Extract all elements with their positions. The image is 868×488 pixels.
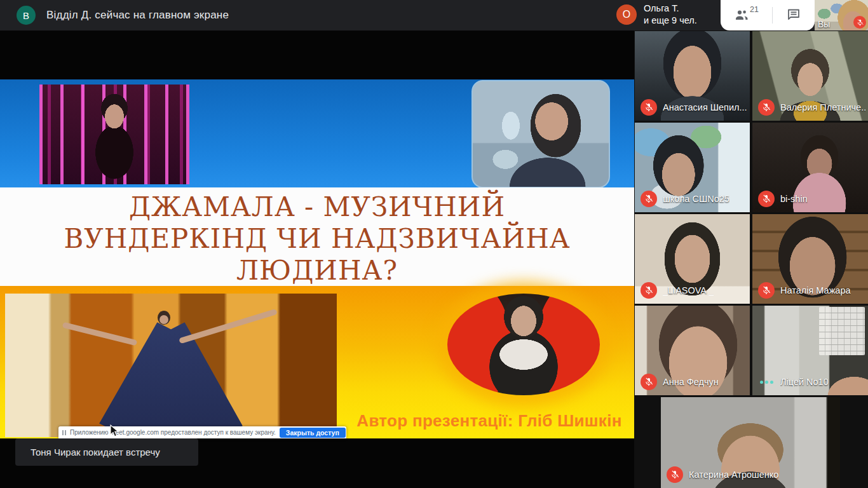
slide-blue-band (0, 79, 634, 187)
user-avatar-letter: О (623, 9, 630, 20)
participant-tile[interactable]: Ліцей No10 (752, 306, 868, 395)
self-view-tile[interactable]: Вы (815, 0, 868, 30)
participant-tile[interactable]: Наталія Мажара (752, 214, 868, 304)
mic-muted-icon (641, 374, 657, 390)
participant-name: Наталія Мажара (780, 285, 851, 295)
presenter-avatar-letter: В (23, 10, 29, 21)
pause-icon (62, 430, 66, 435)
slide-title-line: ЛЮДИНА? (41, 255, 593, 287)
participant-tile[interactable]: Анастасия Шепил... (635, 31, 750, 121)
jamala-eurovision-stage-photo (5, 294, 337, 437)
presentation-slide: ДЖАМАЛА - МУЗИЧНИЙ ВУНДЕРКІНД ЧИ НАДЗВИЧ… (0, 79, 634, 438)
speaking-indicator-icon (758, 374, 775, 390)
slide-author: Автор презентації: Гліб Шишкін (356, 411, 623, 431)
participant-tile[interactable]: Валерия Плетниче... (752, 31, 868, 121)
figure-arm (179, 309, 278, 344)
roster-summary-chip: О Ольга Т. и еще 9 чел. (616, 3, 697, 27)
mic-muted-icon (853, 16, 866, 29)
mic-muted-icon (641, 282, 657, 299)
participant-tile[interactable]: Анна Федчун (635, 306, 750, 395)
presenting-status-chip: В Відділ Д. сейчас на главном экране (17, 6, 229, 25)
mic-muted-icon (758, 282, 775, 299)
mic-muted-icon (758, 191, 775, 207)
roster-primary-name: Ольга Т. (644, 3, 697, 15)
shared-screen-stage: ДЖАМАЛА - МУЗИЧНИЙ ВУНДЕРКІНД ЧИ НАДЗВИЧ… (0, 30, 634, 488)
jamala-trophy-photo (471, 80, 610, 188)
participant-name: _LIASOVA _ (663, 285, 714, 295)
participant-count: 21 (750, 5, 759, 14)
meet-app: В Відділ Д. сейчас на главном экране О О… (0, 0, 868, 488)
participant-name: Анна Федчун (663, 377, 719, 387)
participant-name: Катерина Атрошенко (689, 470, 778, 480)
participant-name: школа СШNo25 (663, 194, 729, 204)
chat-button[interactable] (782, 4, 805, 27)
roster-secondary-text: и еще 9 чел. (644, 15, 697, 27)
chat-icon (786, 7, 801, 24)
participant-name: Валерия Плетниче... (780, 102, 865, 112)
screen-share-message: Приложению meet.google.com предоставлен … (70, 429, 276, 436)
jamala-voice-chair-photo (447, 294, 600, 395)
participant-name: bi-shin (780, 194, 808, 204)
meeting-controls-panel: 21 (721, 0, 815, 30)
participant-tile[interactable]: Катерина Атрошенко (661, 397, 840, 488)
mic-muted-icon (758, 99, 775, 116)
participant-name: Ліцей No10 (780, 377, 829, 387)
self-view-label: Вы (818, 19, 830, 29)
participants-panel: Анастасия Шепил... Валерия Плетниче... ш… (634, 30, 868, 488)
mic-muted-icon (667, 466, 683, 483)
mic-muted-icon (641, 99, 657, 116)
jamala-neon-photo (39, 85, 189, 184)
slide-title-line: ДЖАМАЛА - МУЗИЧНИЙ (41, 191, 593, 223)
cursor-icon (109, 424, 119, 438)
participant-tile[interactable]: школа СШNo25 (635, 123, 750, 212)
user-avatar: О (616, 4, 637, 25)
stop-sharing-button[interactable]: Закрыть доступ (280, 428, 346, 438)
figure-arm (62, 322, 137, 346)
top-bar: В Відділ Д. сейчас на главном экране О О… (0, 0, 868, 30)
participant-name: Анастасия Шепил... (663, 102, 747, 112)
screen-share-bar: Приложению meet.google.com предоставлен … (58, 426, 346, 438)
leave-toast: Тоня Чирак покидает встречу (15, 438, 198, 466)
slide-title: ДЖАМАЛА - МУЗИЧНИЙ ВУНДЕРКІНД ЧИ НАДЗВИЧ… (41, 191, 593, 287)
presenting-status-text: Відділ Д. сейчас на главном экране (46, 9, 229, 22)
slide-title-line: ВУНДЕРКІНД ЧИ НАДЗВИЧАЙНА (41, 223, 593, 255)
participant-tile[interactable]: _LIASOVA _ (635, 214, 750, 304)
mic-muted-icon (641, 191, 657, 207)
toast-message: Тоня Чирак покидает встречу (31, 447, 160, 458)
presenter-avatar: В (17, 6, 36, 25)
participants-button[interactable]: 21 (730, 4, 763, 27)
people-icon (734, 7, 749, 24)
participant-tile[interactable]: bi-shin (752, 123, 868, 212)
divider (772, 7, 773, 24)
slide-orange-band: Автор презентації: Гліб Шишкін (0, 286, 634, 438)
